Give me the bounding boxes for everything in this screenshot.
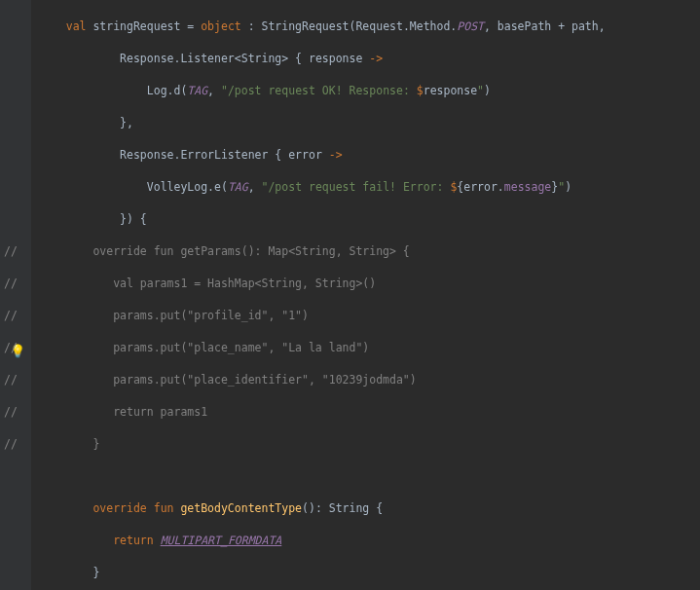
code-line[interactable]: // params.put("profile_id", "1") xyxy=(0,308,700,324)
comment: params.put("place_identifier", "10239jod… xyxy=(39,373,417,387)
code-line[interactable]: VolleyLog.e(TAG, "/post request fail! Er… xyxy=(0,179,700,196)
code-line[interactable] xyxy=(0,468,700,485)
str: "/post request OK! Response: xyxy=(221,84,417,97)
comment: } xyxy=(39,437,99,451)
code-line[interactable]: return MULTIPART_FORMDATA xyxy=(0,533,700,549)
kw: $ xyxy=(417,84,424,97)
code-line[interactable]: Response.ErrorListener { error -> xyxy=(0,147,700,164)
kw: return xyxy=(113,534,160,547)
t: VolleyLog.e( xyxy=(147,180,228,194)
const: TAG xyxy=(187,84,207,97)
var: response xyxy=(424,84,477,97)
prop: message xyxy=(504,180,551,194)
code-line[interactable]: // } xyxy=(0,436,700,453)
code-line[interactable]: // override fun getParams(): Map<String,… xyxy=(0,243,700,260)
t: {error. xyxy=(457,180,503,194)
code-line[interactable]: // params.put("place_identifier", "10239… xyxy=(0,372,700,388)
code-line[interactable]: Response.Listener<String> { response -> xyxy=(0,51,700,67)
comment-marker: // xyxy=(4,340,18,356)
t: ) xyxy=(484,84,491,97)
code-line[interactable]: }, xyxy=(0,115,700,131)
code-area[interactable]: val stringRequest = object : StringReque… xyxy=(0,0,700,590)
t: stringRequest = xyxy=(92,19,201,33)
t: } xyxy=(92,566,99,579)
kw: object xyxy=(201,19,247,33)
code-line[interactable]: Log.d(TAG, "/post request OK! Response: … xyxy=(0,83,700,99)
kw: -> xyxy=(369,52,383,65)
code-line[interactable]: // params.put("place_name", "La la land"… xyxy=(0,340,700,356)
t: }, xyxy=(120,116,133,129)
str: " xyxy=(477,84,484,97)
comment-marker: // xyxy=(4,308,18,324)
comment: override fun getParams(): Map<String, St… xyxy=(39,244,410,258)
comment: params.put("place_name", "La la land") xyxy=(39,341,369,354)
t: ) xyxy=(565,180,571,194)
t: }) { xyxy=(120,212,147,226)
const: MULTIPART_FORMDATA xyxy=(161,534,282,547)
t: , xyxy=(207,84,221,97)
code-line[interactable]: // return params1 xyxy=(0,404,700,421)
t: Response.Listener<String> { response xyxy=(120,52,369,65)
kw: -> xyxy=(329,148,343,162)
comment: val params1 = HashMap<String, String>() xyxy=(39,277,376,290)
code-line[interactable]: override fun getBodyContentType(): Strin… xyxy=(0,500,700,517)
t: Log.d( xyxy=(147,84,188,97)
fn: getBodyContentType xyxy=(180,501,302,515)
comment-marker: // xyxy=(4,276,18,292)
comment-marker: // xyxy=(4,436,18,453)
str: "/post request fail! Error: xyxy=(262,180,451,194)
comment-marker: // xyxy=(4,404,18,421)
t: (): String { xyxy=(302,501,383,515)
t: : StringRequest(Request.Method. xyxy=(248,19,458,33)
code-line[interactable]: } xyxy=(0,565,700,581)
comment-marker: // xyxy=(4,372,18,388)
code-line[interactable]: }) { xyxy=(0,211,700,228)
code-line[interactable]: val stringRequest = object : StringReque… xyxy=(0,18,700,35)
t: Response.ErrorListener { error xyxy=(120,148,329,162)
comment: params.put("profile_id", "1") xyxy=(39,309,309,322)
const: POST xyxy=(457,19,484,33)
code-line[interactable]: // val params1 = HashMap<String, String>… xyxy=(0,276,700,292)
comment: return params1 xyxy=(39,405,207,419)
t: , xyxy=(248,180,262,194)
kw: val xyxy=(66,19,93,33)
comment-marker: // xyxy=(4,243,18,260)
const: TAG xyxy=(228,180,248,194)
kw: override fun xyxy=(92,501,180,515)
t: , basePath + path, xyxy=(484,19,606,33)
